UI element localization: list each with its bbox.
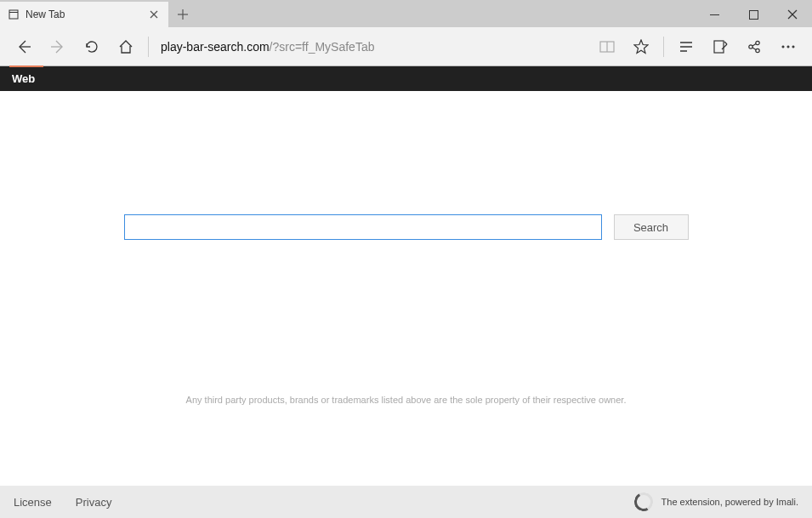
privacy-link[interactable]: Privacy [76, 496, 112, 509]
tab-close-icon[interactable] [148, 6, 160, 23]
home-button[interactable] [109, 30, 143, 64]
new-tab-button[interactable] [168, 2, 197, 27]
svg-line-19 [724, 42, 727, 44]
close-window-button[interactable] [773, 2, 812, 27]
license-link[interactable]: License [14, 496, 52, 509]
powered-by-text: The extension, powered by Imali. [662, 497, 798, 507]
svg-point-26 [782, 45, 784, 47]
svg-marker-14 [634, 40, 648, 54]
share-icon[interactable] [737, 30, 771, 64]
url-host: play-bar-search.com [161, 40, 270, 54]
svg-line-25 [752, 48, 756, 50]
window-titlebar: New Tab [0, 0, 812, 27]
hub-icon[interactable] [669, 30, 703, 64]
page-content: Web Search Any third party products, bra… [0, 66, 812, 518]
browser-toolbar: play-bar-search.com/?src=ff_MySafeTab [0, 27, 812, 66]
minimize-button[interactable] [695, 2, 734, 27]
svg-line-20 [722, 44, 727, 49]
disclaimer-text: Any third party products, brands or trad… [186, 395, 627, 405]
svg-point-23 [756, 48, 759, 52]
svg-rect-0 [9, 10, 18, 19]
more-icon[interactable] [771, 30, 805, 64]
page-nav-bar: Web [0, 66, 812, 91]
refresh-button[interactable] [75, 30, 109, 64]
search-input[interactable] [124, 214, 602, 240]
page-footer: License Privacy The extension, powered b… [0, 486, 812, 518]
accent-line [9, 65, 43, 67]
search-area: Search Any third party products, brands … [0, 91, 812, 486]
svg-line-24 [752, 43, 756, 46]
back-button[interactable] [7, 30, 41, 64]
browser-tab[interactable]: New Tab [0, 2, 168, 27]
address-bar[interactable]: play-bar-search.com/?src=ff_MySafeTab [154, 35, 590, 59]
brand-logo-icon [632, 491, 655, 514]
tab-title: New Tab [26, 9, 148, 20]
separator [148, 37, 149, 57]
window-controls [695, 2, 812, 27]
separator [663, 37, 664, 57]
svg-point-22 [756, 41, 759, 44]
reading-view-icon[interactable] [590, 30, 624, 64]
notes-icon[interactable] [703, 30, 737, 64]
svg-point-21 [749, 44, 752, 48]
svg-rect-7 [749, 10, 758, 19]
svg-rect-18 [714, 41, 724, 53]
forward-button[interactable] [41, 30, 75, 64]
favorites-star-icon[interactable] [624, 30, 658, 64]
maximize-button[interactable] [734, 2, 773, 27]
svg-point-28 [792, 45, 794, 47]
nav-web-tab[interactable]: Web [12, 72, 35, 85]
svg-point-27 [787, 45, 789, 47]
search-button[interactable]: Search [614, 214, 689, 240]
url-path: /?src=ff_MySafeTab [270, 40, 375, 54]
page-icon [9, 9, 19, 20]
